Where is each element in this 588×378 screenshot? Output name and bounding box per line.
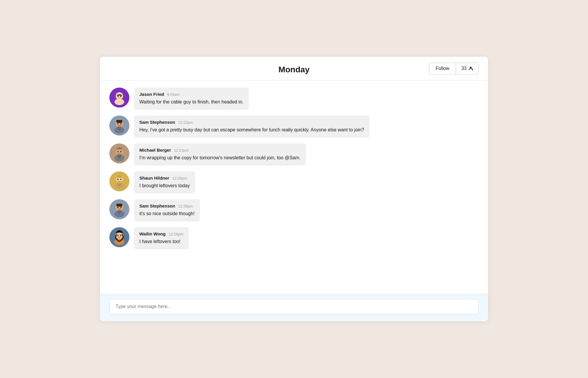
svg-point-4 bbox=[116, 92, 123, 100]
message-row: Michael Berger12:23pmI'm wrapping up the… bbox=[109, 143, 479, 165]
message-author: Shaun Hildner bbox=[139, 175, 169, 180]
message-header: Wailin Wong12:26pm bbox=[139, 231, 183, 236]
avatar bbox=[109, 116, 129, 136]
input-area bbox=[100, 294, 488, 321]
svg-point-0 bbox=[470, 67, 472, 68]
avatar bbox=[109, 171, 129, 191]
message-time: 9:04am bbox=[167, 92, 180, 97]
header-actions: Follow 33 bbox=[429, 63, 479, 74]
message-row: Sam Stephenson12:26pmit's so nice outsid… bbox=[109, 199, 479, 221]
message-row: Sam Stephenson12:22pmHey, I've got a pre… bbox=[109, 116, 479, 138]
message-time: 12:22pm bbox=[178, 120, 193, 125]
message-header: Shaun Hildner12:26pm bbox=[139, 175, 190, 180]
message-author: Wailin Wong bbox=[139, 231, 166, 236]
message-author: Jason Fried bbox=[139, 92, 164, 97]
avatar bbox=[109, 199, 129, 219]
message-text: Hey, I've got a pretty busy day but can … bbox=[139, 126, 364, 133]
svg-point-30 bbox=[120, 207, 121, 208]
svg-point-7 bbox=[120, 96, 121, 97]
chat-header: Monday Follow 33 bbox=[100, 57, 488, 81]
message-time: 12:26pm bbox=[168, 232, 183, 236]
svg-point-34 bbox=[117, 235, 118, 236]
message-row: Jason Fried9:04amWaiting for the cable g… bbox=[109, 88, 479, 110]
svg-point-24 bbox=[117, 182, 122, 183]
message-bubble: Shaun Hildner12:26pmI brought leftovers … bbox=[134, 171, 195, 193]
message-time: 12:26pm bbox=[178, 204, 193, 208]
message-author: Sam Stephenson bbox=[139, 203, 175, 208]
svg-point-13 bbox=[120, 123, 121, 124]
message-bubble: Sam Stephenson12:26pmit's so nice outsid… bbox=[134, 199, 200, 221]
message-bubble: Jason Fried9:04amWaiting for the cable g… bbox=[134, 88, 249, 110]
svg-point-22 bbox=[117, 179, 118, 180]
svg-point-18 bbox=[120, 151, 121, 152]
followers-count-button[interactable]: 33 bbox=[456, 63, 479, 74]
svg-rect-28 bbox=[116, 204, 122, 207]
message-row: Shaun Hildner12:26pmI brought leftovers … bbox=[109, 171, 479, 193]
message-row: Wailin Wong12:26pmI have leftovers too! bbox=[109, 227, 479, 249]
messages-area: Jason Fried9:04amWaiting for the cable g… bbox=[100, 81, 488, 294]
message-author: Sam Stephenson bbox=[139, 120, 175, 125]
message-time: 12:26pm bbox=[172, 176, 187, 180]
message-header: Sam Stephenson12:22pm bbox=[139, 120, 364, 125]
svg-point-33 bbox=[114, 239, 124, 245]
message-input[interactable] bbox=[109, 299, 479, 314]
message-text: Waiting for the cable guy to finish, the… bbox=[139, 98, 243, 106]
svg-point-29 bbox=[117, 207, 118, 208]
person-icon bbox=[468, 66, 473, 71]
message-bubble: Michael Berger12:23pmI'm wrapping up the… bbox=[134, 143, 306, 165]
avatar bbox=[109, 88, 129, 108]
svg-point-12 bbox=[117, 123, 118, 124]
message-time: 12:23pm bbox=[174, 148, 189, 153]
svg-point-35 bbox=[120, 235, 121, 236]
message-header: Jason Fried9:04am bbox=[139, 92, 243, 97]
avatar bbox=[109, 227, 129, 247]
avatar bbox=[109, 143, 129, 163]
message-text: I brought leftovers today bbox=[139, 182, 190, 189]
svg-point-17 bbox=[117, 151, 118, 152]
svg-rect-11 bbox=[116, 120, 122, 123]
message-text: it's so nice outside though! bbox=[139, 210, 195, 217]
svg-point-5 bbox=[115, 99, 124, 105]
message-header: Michael Berger12:23pm bbox=[139, 148, 300, 153]
message-text: I have leftovers too! bbox=[139, 238, 183, 245]
chat-container: Monday Follow 33 Jason F bbox=[100, 57, 488, 321]
follow-button[interactable]: Follow bbox=[429, 63, 456, 74]
message-text: I'm wrapping up the copy for tomorrow's … bbox=[139, 154, 300, 161]
chat-title: Monday bbox=[278, 65, 310, 74]
svg-point-6 bbox=[117, 96, 119, 97]
message-bubble: Wailin Wong12:26pmI have leftovers too! bbox=[134, 227, 189, 249]
message-author: Michael Berger bbox=[139, 148, 171, 153]
followers-number: 33 bbox=[461, 66, 467, 71]
message-bubble: Sam Stephenson12:22pmHey, I've got a pre… bbox=[134, 116, 370, 138]
message-header: Sam Stephenson12:26pm bbox=[139, 203, 195, 208]
svg-point-23 bbox=[120, 179, 121, 180]
